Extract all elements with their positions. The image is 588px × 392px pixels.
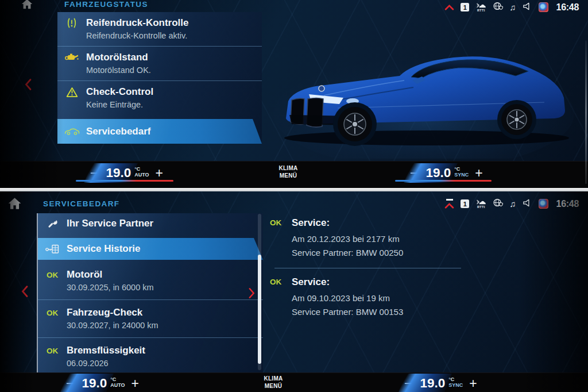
- passenger-temp-gradient-bar: [395, 180, 492, 182]
- passenger-temp-units: °C SYNC: [454, 166, 469, 178]
- service-needs-screen: SERVICEBEDARF 1 RTTI ♫ 16:48: [0, 191, 588, 392]
- wrench-icon: [38, 218, 67, 229]
- climate-menu-button[interactable]: KLIMAMENÜ: [262, 165, 314, 179]
- temp-mode: SYNC: [448, 382, 463, 388]
- temp-mode: AUTO: [110, 382, 125, 388]
- climate-menu-button[interactable]: KLIMAMENÜ: [247, 375, 299, 390]
- list-item-title: Motoröl: [67, 269, 102, 280]
- driver-temp-value[interactable]: 19.0: [104, 165, 133, 181]
- service-entry-title: Service:: [292, 276, 403, 288]
- service-entry-date: Am 09.10.2023 bei 19 km: [292, 291, 403, 305]
- list-item-title: Servicebedarf: [86, 126, 150, 137]
- list-item-title: Ihr Service Partner: [67, 218, 153, 229]
- temp-unit: °C: [454, 166, 469, 172]
- media-note-icon: ♫: [509, 3, 516, 11]
- clock: 16:48: [556, 2, 579, 13]
- connected-services-icon: [493, 1, 503, 13]
- right-vignette: [519, 191, 588, 392]
- service-history-details: OK Service: Am 20.12.2023 bei 2177 km Se…: [270, 217, 477, 319]
- list-item-subtitle: Motorölstand OK.: [86, 66, 257, 75]
- detail-separator: [274, 268, 461, 268]
- list-item-subtitle: 30.09.2027, in 24000 km: [67, 321, 258, 330]
- status-badge: OK: [38, 271, 67, 279]
- driver-temp-units: °C AUTO: [110, 376, 125, 389]
- screen-edge-reflection: [585, 40, 587, 184]
- service-entry-partner: Service Partner: BMW 00153: [292, 305, 403, 319]
- list-item-subtitle: 06.09.2026: [67, 359, 258, 368]
- service-history-icon: [38, 244, 67, 254]
- service-needs-list: Ihr Service Partner Service Historie OK …: [37, 213, 263, 373]
- passenger-temp-control: − 19.0 °C SYNC +: [398, 374, 483, 392]
- chevron-up-icon: [444, 4, 454, 10]
- vehicle-status-screen: FAHRZEUGSTATUS 1 RTTI ♫ 16:48: [0, 0, 588, 188]
- list-item-title: Service Historie: [67, 243, 141, 255]
- list-item-subtitle: Reifendruck-Kontrolle aktiv.: [86, 31, 257, 40]
- list-item-check-control[interactable]: Check-Control Keine Einträge.: [57, 81, 262, 115]
- list-item-title: Check-Control: [86, 86, 153, 98]
- camera-app-icon: [539, 2, 548, 12]
- list-item-title: Motorölstand: [86, 52, 148, 63]
- status-badge: OK: [270, 276, 292, 286]
- list-scrollbar[interactable]: [258, 214, 261, 370]
- passenger-temp-units: °C SYNC: [448, 376, 463, 389]
- status-badge: OK: [270, 217, 292, 227]
- list-item-service-needs[interactable]: Servicebedarf: [57, 119, 262, 144]
- notification-badge: 1: [461, 3, 469, 11]
- list-item-tire-pressure[interactable]: Reifendruck-Kontrolle Reifendruck-Kontro…: [57, 12, 262, 47]
- connected-services-icon: [493, 198, 503, 210]
- service-entry-title: Service:: [292, 217, 403, 229]
- passenger-temp-increase-button[interactable]: +: [463, 377, 483, 390]
- list-item-service-history[interactable]: Service Historie: [38, 238, 263, 260]
- scrollbar-thumb[interactable]: [258, 255, 261, 364]
- list-item-title: Reifendruck-Kontrolle: [86, 17, 189, 29]
- temp-unit: °C: [110, 376, 125, 382]
- service-entry-partner: Service Partner: BMW 00250: [292, 246, 403, 260]
- service-entry-date: Am 20.12.2023 bei 2177 km: [292, 232, 403, 246]
- list-item-service-partner[interactable]: Ihr Service Partner: [38, 213, 263, 234]
- list-item-title: Fahrzeug-Check: [67, 307, 142, 318]
- list-item-title: Bremsflüssigkeit: [67, 345, 145, 356]
- chevron-up-icon: [444, 199, 454, 209]
- left-vignette: [0, 0, 63, 188]
- climate-bar: − 19.0 °C AUTO + KLIMAMENÜ − 19.0 °C SYN…: [0, 161, 588, 188]
- temp-mode: SYNC: [454, 172, 469, 178]
- status-badge: OK: [38, 309, 67, 317]
- service-entry[interactable]: OK Service: Am 09.10.2023 bei 19 km Serv…: [270, 276, 477, 319]
- page-title: SERVICEBEDARF: [43, 199, 119, 208]
- status-badge: OK: [38, 347, 67, 355]
- passenger-temp-increase-button[interactable]: +: [469, 167, 489, 180]
- temp-mode: AUTO: [134, 172, 149, 178]
- status-bar: 1 RTTI ♫ 16:48: [444, 1, 579, 13]
- driver-temp-gradient-bar: [76, 180, 173, 182]
- climate-bar: − 19.0 °C AUTO + KLIMAMENÜ − 19.0 °C SYN…: [0, 372, 588, 392]
- speaker-icon: [523, 2, 532, 13]
- temp-unit: °C: [448, 376, 463, 382]
- pane-forward-arrow[interactable]: [248, 287, 256, 301]
- list-item-brake-fluid[interactable]: OK Bremsflüssigkeit 06.09.2026: [38, 338, 263, 375]
- list-item-vehicle-check[interactable]: OK Fahrzeug-Check 30.09.2027, in 24000 k…: [38, 300, 263, 338]
- driver-temp-increase-button[interactable]: +: [125, 377, 145, 390]
- temp-unit: °C: [134, 166, 149, 172]
- rtti-traffic-icon: RTTI: [475, 2, 486, 13]
- driver-temp-units: °C AUTO: [134, 166, 149, 178]
- vehicle-status-list: Reifendruck-Kontrolle Reifendruck-Kontro…: [57, 12, 262, 144]
- list-item-engine-oil[interactable]: OK Motoröl 30.09.2025, in 6000 km: [38, 262, 263, 300]
- chevron-dash: [446, 199, 453, 201]
- media-note-icon: ♫: [509, 199, 516, 208]
- passenger-temp-value[interactable]: 19.0: [418, 375, 447, 391]
- passenger-temp-value[interactable]: 19.0: [424, 165, 452, 181]
- list-item-oil-level[interactable]: Motorölstand Motorölstand OK.: [57, 47, 262, 81]
- list-item-subtitle: 30.09.2025, in 6000 km: [67, 283, 258, 292]
- left-vignette: [0, 191, 36, 392]
- driver-temp-control: − 19.0 °C AUTO +: [60, 374, 145, 392]
- service-entry[interactable]: OK Service: Am 20.12.2023 bei 2177 km Se…: [270, 217, 477, 260]
- vehicle-image: [269, 28, 583, 159]
- driver-temp-value[interactable]: 19.0: [80, 375, 109, 391]
- page-title: FAHRZEUGSTATUS: [64, 0, 148, 9]
- rtti-traffic-icon: RTTI: [475, 199, 486, 209]
- driver-temp-increase-button[interactable]: +: [149, 167, 169, 180]
- notification-badge: 1: [461, 199, 469, 208]
- list-item-subtitle: Keine Einträge.: [86, 100, 257, 109]
